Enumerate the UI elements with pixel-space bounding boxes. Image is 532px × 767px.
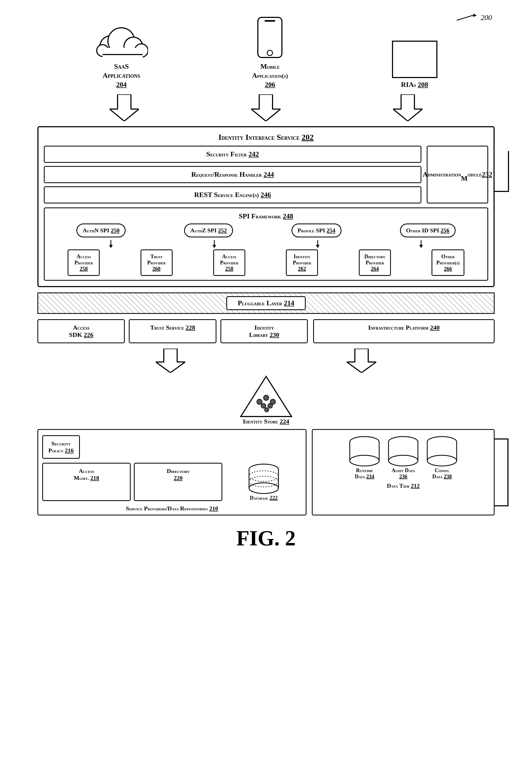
authn-spi-pill: AuthN SPI 250 — [76, 223, 126, 237]
database-icon — [246, 463, 281, 495]
iii-number: 202 — [302, 133, 314, 141]
config-data-icon — [425, 435, 459, 467]
authz-spi-pill: AuthZ SPI 252 — [184, 223, 233, 237]
mid-down-arrow-right-icon — [347, 348, 376, 373]
mobile-number: 206 — [265, 81, 275, 88]
svg-marker-24 — [347, 348, 376, 373]
spi-to-provider-arrows — [49, 240, 483, 248]
spi-pills-row: AuthN SPI 250 AuthZ SPI 252 Profile SPI … — [49, 223, 483, 237]
mobile-entity: MobileApplication(s) 206 — [252, 16, 288, 89]
svg-point-30 — [268, 404, 273, 408]
top-arrows-row — [21, 94, 511, 122]
svg-rect-9 — [258, 17, 282, 57]
diagram-container: 200 SaaS Applicatio — [0, 0, 532, 577]
access-sdk-box: AccessSDK 226 — [37, 319, 125, 343]
middle-right-arrow — [347, 348, 376, 374]
svg-marker-20 — [316, 245, 320, 248]
identity-interface-content: Security Filter 242 Request/Response Han… — [44, 146, 488, 203]
infra-platform-box: Infrastructure Platform 240 — [313, 319, 495, 343]
mobile-label: MobileApplication(s) 206 — [252, 62, 288, 89]
rias-label: RIAs 208 — [401, 80, 428, 89]
svg-rect-10 — [265, 20, 275, 22]
svg-point-48 — [389, 455, 418, 466]
saas-cloud-icon — [95, 22, 148, 60]
svg-marker-22 — [419, 245, 423, 248]
access-provider-2-box: AccessProvider258 — [213, 249, 245, 276]
arrow-2-icon — [212, 240, 217, 248]
ref-arrow-icon — [457, 14, 478, 22]
request-handler-box: Request/Response Handler 244 — [44, 166, 421, 183]
runtime-data-icon — [347, 435, 382, 467]
service-providers-box: SecurityPolicy 216 AccessMgmt. 218 Direc… — [37, 429, 306, 516]
sp-center-space — [83, 435, 299, 459]
svg-marker-18 — [212, 245, 216, 248]
saas-arrow-down — [110, 94, 139, 122]
audit-data-icon — [386, 435, 421, 467]
svg-point-27 — [263, 395, 269, 401]
bottom-section: SecurityPolicy 216 AccessMgmt. 218 Direc… — [37, 429, 495, 516]
admin-connector-line — [494, 191, 508, 192]
svg-line-0 — [457, 15, 474, 20]
pluggable-label: Pluggable Layer 214 — [226, 296, 306, 310]
profile-spi-pill: Profile SPI 254 — [292, 223, 342, 237]
security-policy-box: SecurityPolicy 216 — [42, 435, 80, 459]
rias-number: 208 — [418, 81, 428, 88]
data-tier-title: Data Tier 212 — [317, 482, 490, 489]
svg-point-53 — [427, 455, 457, 466]
arrow-4-icon — [418, 240, 424, 248]
svg-point-26 — [257, 399, 262, 405]
identity-library-box: IdentityLibrary 230 — [220, 319, 308, 343]
saas-label: SaaS Applications 204 — [103, 62, 140, 89]
access-mgmt-box: AccessMgmt. 218 — [42, 463, 131, 501]
identity-store-icon — [239, 375, 293, 418]
middle-left-row: AccessSDK 226 Trust Service 228 Identity… — [37, 319, 308, 343]
config-data-label: ConfigData 238 — [432, 467, 452, 480]
admin-module-box: AdministrationModule 232 — [427, 146, 488, 203]
arrow-1-icon — [108, 240, 114, 248]
database-cylinder: Database 222 — [226, 463, 302, 501]
svg-marker-14 — [393, 94, 422, 121]
svg-point-36 — [249, 483, 278, 494]
data-tier-items: RuntimeData 234 Audit Data236 — [317, 435, 490, 480]
svg-point-43 — [350, 455, 379, 466]
rias-box-icon — [392, 41, 437, 78]
trust-service-box: Trust Service 228 — [129, 319, 216, 343]
middle-down-arrows — [21, 348, 511, 374]
svg-marker-16 — [109, 245, 113, 248]
rias-entity: RIAs 208 — [392, 41, 437, 89]
other-id-spi-pill: Other ID SPI 256 — [400, 223, 456, 237]
other-providers-box: OtherProvider(s)266 — [432, 249, 464, 276]
svg-point-31 — [265, 408, 269, 412]
saas-number: 204 — [116, 81, 127, 88]
svg-point-29 — [261, 404, 266, 408]
runtime-data-cylinder: RuntimeData 234 — [347, 435, 382, 480]
mid-down-arrow-left-icon — [156, 348, 185, 373]
security-filter-box: Security Filter 242 — [44, 146, 421, 163]
identity-interface-title: Identity Interface Service 202 — [44, 133, 488, 142]
directory-provider-box: DirectoryProvider264 — [359, 249, 391, 276]
saas-entity: SaaS Applications 204 — [95, 22, 148, 89]
rias-down-arrow-icon — [393, 94, 422, 121]
middle-left-arrow — [156, 348, 185, 374]
identity-store-area: Identity Store 224 — [37, 375, 495, 425]
database-label: Database 222 — [250, 495, 278, 501]
mobile-arrow-down — [251, 94, 281, 122]
arrow-3-icon — [315, 240, 320, 248]
mobile-down-arrow-icon — [251, 94, 281, 121]
trust-provider-box: TrustProvider260 — [141, 249, 173, 276]
data-tier-box: RuntimeData 234 Audit Data236 — [312, 429, 495, 516]
rias-arrow-down — [393, 94, 422, 122]
ref-200-label: 200 — [481, 13, 492, 22]
service-providers-items: SecurityPolicy 216 — [42, 435, 302, 459]
middle-section: AccessSDK 226 Trust Service 228 Identity… — [37, 319, 495, 343]
ref-number-area: 200 — [457, 13, 492, 22]
top-entities-section: SaaS Applications 204 MobileApplication(… — [21, 16, 511, 89]
service-providers-bottom-row: AccessMgmt. 218 Directory220 — [42, 463, 302, 501]
identity-store-container: Identity Store 224 — [239, 375, 293, 425]
rest-engine-box: REST Service Engine(s) 246 — [44, 186, 421, 203]
audit-data-cylinder: Audit Data236 — [386, 435, 421, 480]
identity-interface-left: Security Filter 242 Request/Response Han… — [44, 146, 421, 203]
directory-box: Directory220 — [134, 463, 222, 501]
svg-rect-7 — [103, 48, 143, 59]
identity-provider-box: IdentityProvider262 — [286, 249, 318, 276]
